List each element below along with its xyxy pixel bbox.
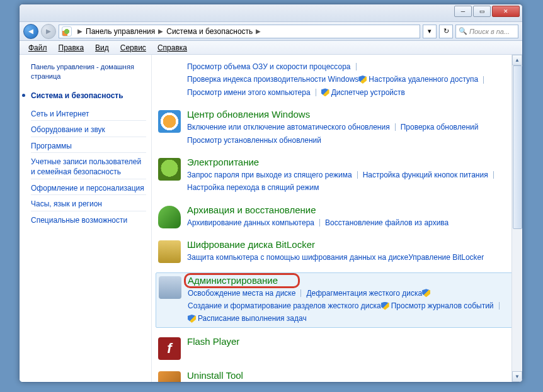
menu-tools[interactable]: Сервис bbox=[115, 42, 151, 53]
section-title-flash[interactable]: Flash Player bbox=[187, 336, 511, 347]
link-disk-partitions[interactable]: Создание и форматирование разделов жестк… bbox=[188, 300, 381, 312]
sidebar-item-appearance[interactable]: Оформление и персонализация bbox=[31, 181, 146, 196]
section-uninstall: Uninstall Tool bbox=[156, 368, 513, 382]
control-panel-icon bbox=[62, 26, 72, 36]
search-input[interactable]: 🔍 Поиск в па... bbox=[455, 25, 518, 38]
link-ram-cpu[interactable]: Просмотр объема ОЗУ и скорости процессор… bbox=[187, 60, 351, 73]
shield-icon bbox=[381, 302, 389, 310]
link-bitlocker-manage[interactable]: Управление BitLocker bbox=[408, 251, 484, 264]
refresh-button[interactable]: ↻ bbox=[439, 25, 453, 38]
forward-button[interactable]: ► bbox=[41, 24, 56, 39]
link-backup[interactable]: Архивирование данных компьютера bbox=[187, 216, 314, 229]
chevron-right-icon: ▶ bbox=[256, 28, 261, 35]
link-disk-cleanup[interactable]: Освобождение места на диске bbox=[188, 287, 295, 300]
section-system: Просмотр объема ОЗУ и скорости процессор… bbox=[156, 59, 513, 101]
body: Панель управления - домашняя страница Си… bbox=[20, 55, 522, 382]
link-sleep-settings[interactable]: Настройка перехода в спящий режим bbox=[187, 181, 319, 194]
link-remote-access[interactable]: Настройка удаленного доступа bbox=[369, 73, 478, 86]
sidebar-item-programs[interactable]: Программы bbox=[31, 138, 146, 154]
link-perf-index[interactable]: Проверка индекса производительности Wind… bbox=[187, 73, 358, 86]
breadcrumb[interactable]: ▶ Панель управления ▶ Система и безопасн… bbox=[59, 25, 420, 38]
admin-tools-icon bbox=[159, 276, 181, 299]
section-system-links: Просмотр объема ОЗУ и скорости процессор… bbox=[187, 60, 511, 99]
breadcrumb-root[interactable]: Панель управления bbox=[86, 27, 155, 36]
shield-icon bbox=[422, 289, 430, 297]
scroll-up-button[interactable]: ▲ bbox=[512, 55, 522, 65]
content-area: Просмотр объема ОЗУ и скорости процессор… bbox=[152, 55, 522, 382]
section-windows-update: Центр обновления Windows Включение или о… bbox=[156, 107, 513, 148]
backup-icon bbox=[158, 206, 181, 228]
link-bitlocker-protect[interactable]: Защита компьютера с помощью шифрования д… bbox=[187, 251, 408, 264]
bitlocker-icon bbox=[158, 240, 181, 263]
link-event-viewer[interactable]: Просмотр журналов событий bbox=[391, 300, 494, 312]
link-device-manager[interactable]: Диспетчер устройств bbox=[331, 86, 405, 99]
sidebar-current[interactable]: Система и безопасность bbox=[31, 89, 146, 103]
sidebar-item-ease[interactable]: Специальные возможности bbox=[31, 213, 146, 227]
sidebar-item-network[interactable]: Сеть и Интернет bbox=[31, 106, 146, 121]
vertical-scrollbar[interactable]: ▲ ▼ bbox=[512, 55, 522, 382]
shield-icon bbox=[358, 76, 367, 84]
maximize-button[interactable]: ▭ bbox=[473, 6, 491, 17]
windows-update-icon bbox=[158, 110, 181, 133]
link-installed-updates[interactable]: Просмотр установленных обновлений bbox=[187, 134, 321, 147]
link-computer-name[interactable]: Просмотр имени этого компьютера bbox=[187, 86, 311, 99]
menu-file[interactable]: Файл bbox=[23, 42, 52, 53]
link-wake-password[interactable]: Запрос пароля при выходе из спящего режи… bbox=[187, 169, 352, 181]
menu-bar: Файл Правка Вид Сервис Справка bbox=[20, 41, 522, 55]
window: ─ ▭ ✕ ◄ ► ▶ Панель управления ▶ Система … bbox=[19, 4, 523, 383]
sidebar: Панель управления - домашняя страница Си… bbox=[20, 55, 152, 382]
shield-icon bbox=[321, 88, 329, 96]
sidebar-item-clock[interactable]: Часы, язык и регион bbox=[31, 196, 146, 211]
menu-help[interactable]: Справка bbox=[152, 42, 192, 53]
search-placeholder: Поиск в па... bbox=[469, 28, 510, 35]
section-title-uninstall[interactable]: Uninstall Tool bbox=[187, 370, 511, 381]
chevron-right-icon: ▶ bbox=[158, 28, 163, 35]
scroll-thumb[interactable] bbox=[513, 65, 522, 229]
section-power: Электропитание Запрос пароля при выходе … bbox=[156, 155, 513, 196]
section-title-bitlocker[interactable]: Шифрование диска BitLocker bbox=[187, 239, 511, 250]
section-title-update[interactable]: Центр обновления Windows bbox=[187, 109, 511, 120]
link-restore[interactable]: Восстановление файлов из архива bbox=[325, 216, 449, 229]
minimize-button[interactable]: ─ bbox=[454, 6, 472, 17]
menu-edit[interactable]: Правка bbox=[54, 42, 89, 53]
close-button[interactable]: ✕ bbox=[492, 6, 520, 17]
section-flash: f Flash Player bbox=[156, 334, 513, 362]
menu-view[interactable]: Вид bbox=[90, 42, 114, 53]
sidebar-home-link[interactable]: Панель управления - домашняя страница bbox=[31, 62, 146, 81]
link-defrag[interactable]: Дефрагментация жесткого диска bbox=[306, 287, 422, 300]
link-auto-update[interactable]: Включение или отключение автоматического… bbox=[187, 121, 390, 133]
search-icon: 🔍 bbox=[459, 27, 467, 35]
power-icon bbox=[158, 158, 181, 181]
chevron-right-icon: ▶ bbox=[77, 28, 83, 35]
link-check-updates[interactable]: Проверка обновлений bbox=[401, 121, 479, 133]
link-power-buttons[interactable]: Настройка функций кнопок питания bbox=[363, 169, 488, 181]
link-task-scheduler[interactable]: Расписание выполнения задач bbox=[198, 312, 307, 325]
section-title-administration[interactable]: Администрирование bbox=[188, 275, 510, 286]
uninstall-tool-icon bbox=[158, 371, 181, 382]
titlebar: ─ ▭ ✕ bbox=[20, 4, 522, 22]
scroll-down-button[interactable]: ▼ bbox=[512, 371, 522, 382]
sidebar-item-hardware[interactable]: Оборудование и звук bbox=[31, 122, 146, 137]
dropdown-button[interactable]: ▾ bbox=[423, 25, 437, 38]
section-backup: Архивация и восстановление Архивирование… bbox=[156, 203, 513, 231]
section-title-power[interactable]: Электропитание bbox=[187, 157, 511, 167]
breadcrumb-current[interactable]: Система и безопасность bbox=[166, 27, 253, 36]
section-bitlocker: Шифрование диска BitLocker Защита компью… bbox=[156, 237, 513, 266]
section-title-backup[interactable]: Архивация и восстановление bbox=[187, 204, 511, 215]
sidebar-item-accounts[interactable]: Учетные записи пользователей и семейная … bbox=[31, 154, 146, 179]
address-bar: ◄ ► ▶ Панель управления ▶ Система и безо… bbox=[20, 22, 522, 41]
back-button[interactable]: ◄ bbox=[23, 24, 38, 39]
shield-icon bbox=[188, 315, 196, 323]
section-administration: Администрирование Освобождение места на … bbox=[156, 272, 513, 328]
flash-player-icon: f bbox=[158, 337, 181, 360]
